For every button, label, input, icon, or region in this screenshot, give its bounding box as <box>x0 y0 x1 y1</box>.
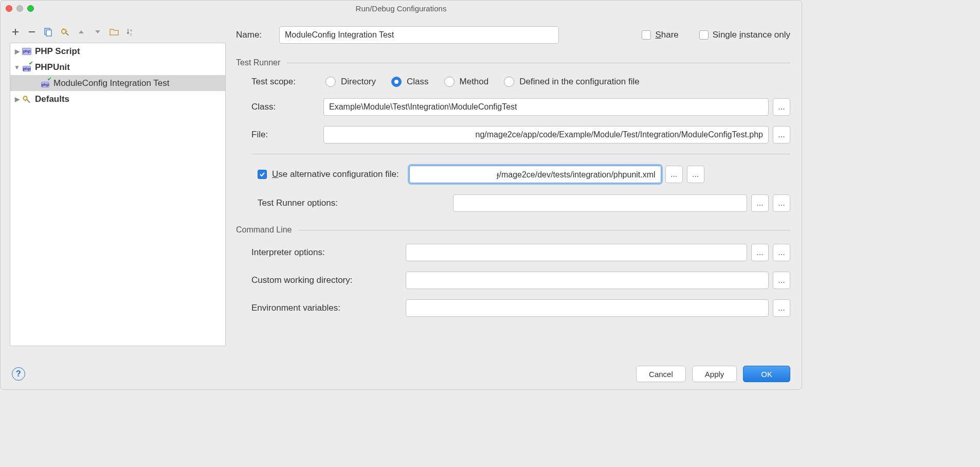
folder-button[interactable] <box>108 26 120 38</box>
file-input[interactable]: ng/mage2ce/app/code/Example/Module/Test/… <box>323 126 769 143</box>
tro-btn1[interactable]: ... <box>751 194 769 212</box>
config-tree[interactable]: ▶ php PHP Script ▼ php ✔ <box>10 43 226 346</box>
section-command-line: Command Line <box>236 225 790 235</box>
alt-config-input[interactable]: ɟ/mage2ce/dev/tests/integration/phpunit.… <box>409 166 661 183</box>
dialog-window: Run/Debug Configurations <box>0 0 802 390</box>
copy-config-button[interactable] <box>43 26 54 38</box>
disclosure-closed-icon[interactable]: ▶ <box>12 96 22 103</box>
php-file-icon: php <box>22 46 32 57</box>
tree-label: Defaults <box>35 94 69 104</box>
test-runner-options-input[interactable] <box>453 194 747 212</box>
phpunit-icon: php ✔ <box>40 78 50 88</box>
apply-button[interactable]: Apply <box>692 366 737 382</box>
cwd-label: Custom working directory: <box>251 275 406 285</box>
test-runner-options-label: Test Runner options: <box>258 198 453 208</box>
env-label: Environment variables: <box>251 303 406 313</box>
radio-defined[interactable]: Defined in the configuration file <box>504 77 639 87</box>
interp-btn2[interactable]: ... <box>773 244 790 261</box>
alt-config-checkbox[interactable] <box>258 170 267 179</box>
cancel-button[interactable]: Cancel <box>636 366 686 382</box>
sort-az-button[interactable]: az <box>125 26 136 38</box>
config-toolbar: az <box>10 26 136 38</box>
config-form: Name: Share Single instance only Test Ru… <box>236 26 790 352</box>
tree-label: PHP Script <box>35 46 80 57</box>
window-title: Run/Debug Configurations <box>1 4 802 13</box>
disclosure-open-icon[interactable]: ▼ <box>12 64 22 71</box>
file-label: File: <box>251 130 323 140</box>
class-label: Class: <box>251 102 323 112</box>
move-down-button[interactable] <box>92 26 103 38</box>
single-instance-checkbox[interactable]: Single instance only <box>699 30 790 40</box>
section-test-runner: Test Runner <box>236 58 790 67</box>
tro-btn2[interactable]: ... <box>773 194 790 212</box>
radio-directory[interactable]: Directory <box>325 77 376 87</box>
svg-rect-0 <box>29 31 35 32</box>
tree-label: ModuleConfig Integration Test <box>53 78 170 88</box>
interpreter-options-label: Interpreter options: <box>251 247 406 258</box>
cwd-input[interactable] <box>406 272 769 289</box>
remove-config-button[interactable] <box>26 26 38 38</box>
name-input[interactable] <box>279 26 559 44</box>
name-label: Name: <box>236 30 279 40</box>
tree-label: PHPUnit <box>35 62 70 73</box>
titlebar: Run/Debug Configurations <box>1 1 802 16</box>
svg-rect-2 <box>46 30 51 36</box>
browse-file-button[interactable]: ... <box>773 126 790 143</box>
test-scope-label: Test scope: <box>251 77 310 87</box>
svg-text:a: a <box>130 28 132 32</box>
disclosure-closed-icon[interactable]: ▶ <box>12 48 22 55</box>
tree-node-moduleconfig-test[interactable]: ▶ php ✔ ModuleConfig Integration Test <box>10 75 225 91</box>
interp-btn1[interactable]: ... <box>751 244 769 261</box>
class-input[interactable]: Example\Module\Test\Integration\ModuleCo… <box>323 98 769 116</box>
radio-method[interactable]: Method <box>444 77 489 87</box>
svg-text:z: z <box>130 32 132 36</box>
env-input[interactable] <box>406 299 769 317</box>
interpreter-options-input[interactable] <box>406 244 747 261</box>
alt-config-edit-button[interactable]: ... <box>687 166 704 183</box>
ok-button[interactable]: OK <box>743 366 790 382</box>
alt-config-browse-button[interactable]: ... <box>665 166 683 183</box>
browse-class-button[interactable]: ... <box>773 98 790 116</box>
alt-config-label: Use alternative configuration file: <box>272 169 399 179</box>
phpunit-icon: php ✔ <box>22 62 32 73</box>
edit-defaults-button[interactable] <box>59 26 70 38</box>
cwd-browse-button[interactable]: ... <box>773 272 790 289</box>
share-checkbox[interactable]: Share <box>642 30 678 40</box>
tree-node-defaults[interactable]: ▶ Defaults <box>10 91 225 107</box>
separator <box>251 154 790 154</box>
tree-node-php-script[interactable]: ▶ php PHP Script <box>10 43 225 59</box>
radio-class[interactable]: Class <box>391 77 429 87</box>
share-label: Share <box>655 30 678 40</box>
single-instance-label: Single instance only <box>713 30 790 40</box>
dialog-button-bar: ? Cancel Apply OK <box>1 358 802 389</box>
move-up-button[interactable] <box>76 26 87 38</box>
help-button[interactable]: ? <box>12 367 25 381</box>
wrench-icon <box>22 94 32 104</box>
env-edit-button[interactable]: ... <box>773 299 790 317</box>
add-config-button[interactable] <box>10 26 21 38</box>
tree-node-phpunit[interactable]: ▼ php ✔ PHPUnit <box>10 59 225 75</box>
